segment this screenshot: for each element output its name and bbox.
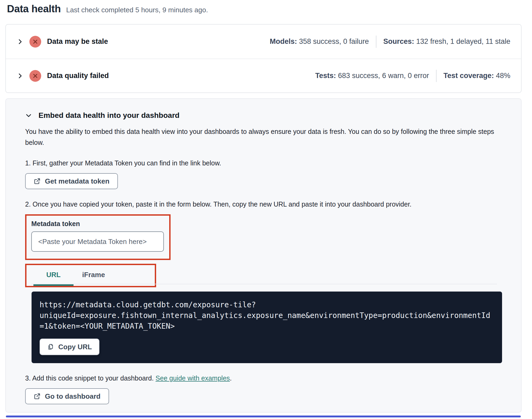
x-circle-icon: [29, 36, 41, 48]
tabs-annotation-box: URL iFrame: [25, 264, 156, 287]
embed-description: You have the ability to embed this data …: [25, 126, 498, 148]
data-health-status-card: Data may be stale Models: 358 success, 0…: [5, 24, 522, 93]
test-coverage-stat-label: Test coverage:: [444, 72, 494, 80]
embed-section-header[interactable]: Embed data health into your dashboard: [25, 111, 500, 120]
page-title: Data health: [7, 3, 61, 15]
models-stat-value: 358 success, 0 failure: [299, 37, 369, 45]
embed-section-title: Embed data health into your dashboard: [38, 111, 179, 120]
sources-stat: Sources: 132 fresh, 1 delayed, 11 stale: [383, 37, 510, 46]
metadata-token-label: Metadata token: [31, 220, 164, 228]
test-coverage-stat: Test coverage: 48%: [444, 72, 510, 80]
embed-url-code-block: https://metadata.cloud.getdbt.com/exposu…: [32, 292, 502, 363]
sources-stat-value: 132 fresh, 1 delayed, 11 stale: [416, 37, 510, 45]
embed-url-text: https://metadata.cloud.getdbt.com/exposu…: [40, 300, 494, 332]
go-to-dashboard-label: Go to dashboard: [45, 392, 101, 401]
tests-stat-label: Tests:: [315, 72, 336, 80]
external-link-icon: [34, 393, 41, 400]
metadata-token-input[interactable]: [31, 231, 164, 252]
stat-divider: [436, 70, 437, 82]
step3-text: 3. Add this code snippet to your dashboa…: [25, 373, 500, 383]
step1-text: 1. First, gather your Metadata Token you…: [25, 158, 500, 168]
tab-iframe[interactable]: iFrame: [74, 265, 114, 286]
status-row-quality[interactable]: Data quality failed Tests: 683 success, …: [6, 59, 521, 92]
chevron-right-icon[interactable]: [16, 37, 25, 46]
tests-stat: Tests: 683 success, 6 warn, 0 error: [315, 72, 429, 80]
see-guide-link[interactable]: See guide with examples: [156, 374, 230, 382]
next-section-top-edge: [6, 416, 521, 417]
last-check-status: Last check completed 5 hours, 9 minutes …: [66, 6, 208, 14]
status-row-stale[interactable]: Data may be stale Models: 358 success, 0…: [6, 25, 521, 59]
embed-section: Embed data health into your dashboard Yo…: [5, 98, 522, 413]
copy-url-label: Copy URL: [58, 343, 92, 351]
step3-text-after: .: [230, 374, 232, 382]
page-header: Data health Last check completed 5 hours…: [7, 3, 208, 15]
status-row-title: Data may be stale: [47, 37, 108, 46]
chevron-down-icon[interactable]: [25, 112, 32, 119]
output-format-tabs: URL iFrame: [26, 265, 155, 286]
tests-stat-value: 683 success, 6 warn, 0 error: [338, 72, 429, 80]
test-coverage-stat-value: 48%: [496, 72, 510, 80]
get-metadata-token-button[interactable]: Get metadata token: [25, 173, 118, 189]
token-annotation-box: Metadata token: [25, 214, 171, 260]
status-row-stats: Models: 358 success, 0 failure Sources: …: [270, 36, 511, 48]
step2-text: 2. Once you have copied your token, past…: [25, 199, 500, 209]
step3-text-before: 3. Add this code snippet to your dashboa…: [25, 374, 156, 382]
x-circle-icon: [29, 70, 41, 82]
status-row-stats: Tests: 683 success, 6 warn, 0 error Test…: [315, 70, 511, 82]
external-link-icon: [34, 178, 41, 185]
copy-url-button[interactable]: Copy URL: [40, 339, 99, 355]
tab-url[interactable]: URL: [33, 265, 74, 286]
sources-stat-label: Sources:: [383, 37, 414, 45]
status-row-title: Data quality failed: [47, 72, 109, 80]
models-stat-label: Models:: [270, 37, 297, 45]
get-metadata-token-label: Get metadata token: [45, 177, 109, 185]
go-to-dashboard-button[interactable]: Go to dashboard: [25, 388, 109, 404]
models-stat: Models: 358 success, 0 failure: [270, 37, 369, 46]
copy-icon: [47, 343, 54, 350]
stat-divider: [376, 36, 376, 48]
chevron-right-icon[interactable]: [16, 71, 25, 80]
